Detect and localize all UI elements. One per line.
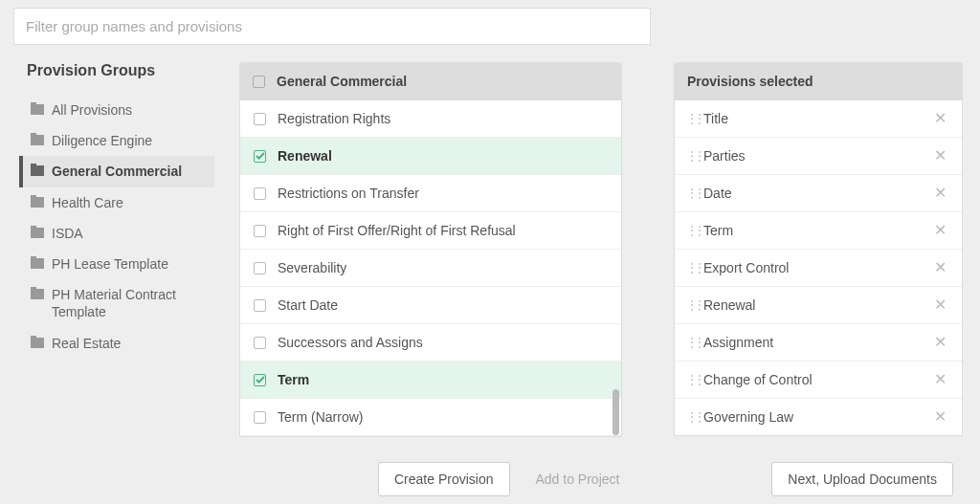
folder-icon bbox=[31, 258, 44, 269]
drag-handle-icon[interactable] bbox=[686, 340, 694, 344]
selected-item[interactable]: Change of Control✕ bbox=[675, 362, 962, 399]
selected-item-label: Governing Law bbox=[703, 409, 793, 425]
folder-icon bbox=[31, 135, 44, 145]
selected-item-label: Term bbox=[703, 223, 733, 238]
sidebar-item-label: ISDA bbox=[52, 225, 83, 242]
checkbox-icon[interactable] bbox=[254, 411, 266, 424]
remove-icon[interactable]: ✕ bbox=[930, 333, 950, 352]
folder-icon bbox=[31, 197, 44, 208]
provision-item[interactable]: Right of First Offer/Right of First Refu… bbox=[240, 212, 621, 250]
sidebar-item-real-estate[interactable]: Real Estate bbox=[19, 328, 214, 359]
drag-handle-icon[interactable] bbox=[686, 415, 694, 419]
drag-handle-icon[interactable] bbox=[686, 191, 694, 195]
folder-icon bbox=[31, 165, 44, 176]
checkbox-icon[interactable] bbox=[254, 299, 266, 312]
selected-item-label: Change of Control bbox=[703, 372, 813, 387]
selected-item[interactable]: Renewal✕ bbox=[675, 287, 962, 324]
checkbox-icon[interactable] bbox=[254, 113, 266, 125]
remove-icon[interactable]: ✕ bbox=[930, 258, 950, 277]
provision-label: Registration Rights bbox=[278, 111, 390, 126]
drag-handle-icon[interactable] bbox=[686, 154, 694, 158]
footer: Create Provision Add to Project Next, Up… bbox=[0, 462, 980, 496]
provision-item[interactable]: Term bbox=[240, 362, 621, 399]
provision-label: Severability bbox=[278, 260, 346, 275]
create-provision-button[interactable]: Create Provision bbox=[378, 462, 510, 496]
sidebar-title: Provision Groups bbox=[19, 62, 214, 79]
selected-item-label: Assignment bbox=[703, 335, 773, 350]
provision-item[interactable]: Successors and Assigns bbox=[240, 324, 621, 362]
provision-item[interactable]: Severability bbox=[240, 250, 621, 287]
sidebar-item-general-commercial[interactable]: General Commercial bbox=[19, 156, 214, 186]
sidebar-item-diligence-engine[interactable]: Diligence Engine bbox=[19, 125, 214, 156]
provision-item[interactable]: Renewal bbox=[240, 138, 621, 175]
provision-label: Start Date bbox=[278, 297, 338, 313]
provisions-header-label: General Commercial bbox=[277, 74, 407, 89]
provision-label: Renewal bbox=[278, 148, 332, 164]
sidebar-item-label: Real Estate bbox=[52, 335, 121, 352]
provisions-panel: General Commercial Registration RightsRe… bbox=[239, 62, 622, 437]
select-all-checkbox[interactable] bbox=[253, 76, 265, 88]
remove-icon[interactable]: ✕ bbox=[930, 407, 950, 427]
sidebar-item-isda[interactable]: ISDA bbox=[19, 218, 214, 249]
selected-item[interactable]: Export Control✕ bbox=[675, 250, 962, 287]
next-upload-documents-button[interactable]: Next, Upload Documents bbox=[771, 462, 953, 496]
drag-handle-icon[interactable] bbox=[686, 266, 694, 270]
sidebar-item-ph-lease-template[interactable]: PH Lease Template bbox=[19, 249, 214, 279]
remove-icon[interactable]: ✕ bbox=[930, 296, 950, 315]
sidebar-item-ph-material-contract-template[interactable]: PH Material Contract Template bbox=[19, 279, 214, 327]
selected-item[interactable]: Title✕ bbox=[675, 100, 962, 138]
provisions-header[interactable]: General Commercial bbox=[239, 62, 622, 100]
sidebar-item-label: All Provisions bbox=[52, 101, 132, 119]
drag-handle-icon[interactable] bbox=[686, 117, 694, 121]
provision-item[interactable]: Start Date bbox=[240, 287, 621, 324]
selected-item[interactable]: Assignment✕ bbox=[675, 324, 962, 362]
checkbox-icon[interactable] bbox=[254, 187, 266, 200]
selected-panel: Provisions selected Title✕Parties✕Date✕T… bbox=[674, 62, 963, 436]
checkbox-icon[interactable] bbox=[254, 262, 266, 274]
sidebar-item-label: PH Lease Template bbox=[52, 255, 168, 273]
drag-handle-icon[interactable] bbox=[686, 378, 694, 382]
provision-groups-sidebar: Provision Groups All ProvisionsDiligence… bbox=[13, 62, 214, 359]
selected-item-label: Export Control bbox=[703, 260, 789, 275]
sidebar-item-label: Health Care bbox=[52, 194, 123, 211]
selected-item-label: Renewal bbox=[703, 297, 755, 313]
sidebar-item-health-care[interactable]: Health Care bbox=[19, 187, 214, 218]
add-to-project-button[interactable]: Add to Project bbox=[520, 462, 636, 496]
selected-item[interactable]: Date✕ bbox=[675, 175, 962, 212]
provision-label: Term (Narrow) bbox=[278, 409, 363, 425]
remove-icon[interactable]: ✕ bbox=[930, 184, 950, 203]
selected-item-label: Title bbox=[703, 111, 728, 126]
remove-icon[interactable]: ✕ bbox=[930, 221, 950, 240]
selected-item[interactable]: Governing Law✕ bbox=[675, 399, 962, 435]
sidebar-item-label: PH Material Contract Template bbox=[52, 286, 207, 320]
scrollbar-thumb[interactable] bbox=[612, 389, 619, 435]
provision-label: Right of First Offer/Right of First Refu… bbox=[278, 223, 516, 238]
provision-label: Term bbox=[278, 372, 309, 387]
remove-icon[interactable]: ✕ bbox=[930, 146, 950, 165]
provision-label: Successors and Assigns bbox=[278, 335, 423, 350]
checkbox-icon[interactable] bbox=[254, 150, 266, 163]
selected-item-label: Parties bbox=[703, 148, 746, 164]
remove-icon[interactable]: ✕ bbox=[930, 109, 950, 128]
checkbox-icon[interactable] bbox=[254, 374, 266, 386]
selected-item-label: Date bbox=[703, 186, 732, 201]
sidebar-item-all-provisions[interactable]: All Provisions bbox=[19, 95, 214, 125]
search-box[interactable] bbox=[13, 8, 651, 45]
drag-handle-icon[interactable] bbox=[686, 303, 694, 307]
folder-icon bbox=[31, 338, 44, 348]
provision-item[interactable]: Registration Rights bbox=[240, 100, 621, 138]
provisions-list: Registration RightsRenewalRestrictions o… bbox=[239, 100, 622, 437]
provision-item[interactable]: Term (Narrow) bbox=[240, 399, 621, 436]
selected-item[interactable]: Parties✕ bbox=[675, 138, 962, 175]
checkbox-icon[interactable] bbox=[254, 225, 266, 237]
selected-item[interactable]: Term✕ bbox=[675, 212, 962, 250]
sidebar-item-label: Diligence Engine bbox=[52, 132, 152, 149]
selected-list: Title✕Parties✕Date✕Term✕Export Control✕R… bbox=[674, 100, 963, 436]
folder-icon bbox=[31, 104, 44, 115]
drag-handle-icon[interactable] bbox=[686, 229, 694, 232]
provision-item[interactable]: Restrictions on Transfer bbox=[240, 175, 621, 212]
folder-icon bbox=[31, 289, 44, 299]
search-input[interactable] bbox=[26, 18, 638, 34]
remove-icon[interactable]: ✕ bbox=[930, 370, 950, 389]
checkbox-icon[interactable] bbox=[254, 337, 266, 349]
